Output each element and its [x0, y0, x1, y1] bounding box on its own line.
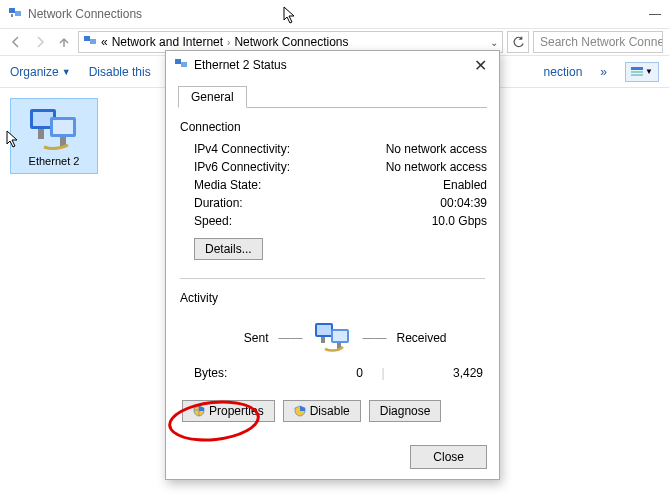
dash-icon: ——: [279, 331, 303, 345]
toolbar-item-fragment[interactable]: nection: [544, 65, 583, 79]
speed-label: Speed:: [194, 214, 367, 228]
network-adapter-icon: [26, 103, 82, 151]
group-activity-label: Activity: [180, 291, 487, 305]
bytes-divider: |: [363, 366, 403, 380]
ipv4-label: IPv4 Connectivity:: [194, 142, 367, 156]
nav-forward-button[interactable]: [30, 32, 50, 52]
organize-menu[interactable]: Organize ▼: [10, 65, 71, 79]
ethernet-status-dialog: Ethernet 2 Status ✕ General Connection I…: [165, 50, 500, 480]
breadcrumb-item[interactable]: Network and Internet: [112, 35, 223, 49]
svg-rect-17: [317, 325, 331, 335]
svg-rect-0: [9, 8, 15, 13]
adapter-label: Ethernet 2: [13, 155, 95, 167]
row-media: Media State: Enabled: [178, 176, 487, 194]
breadcrumb-dropdown[interactable]: ⌄: [490, 37, 498, 48]
ethernet-icon: [174, 57, 188, 74]
svg-rect-12: [38, 129, 44, 139]
toolbar-overflow[interactable]: »: [600, 65, 607, 79]
action-row: Properties Disable Diagnose: [178, 384, 487, 422]
ipv6-label: IPv6 Connectivity:: [194, 160, 367, 174]
media-label: Media State:: [194, 178, 367, 192]
received-label: Received: [397, 331, 477, 345]
bytes-label: Bytes:: [194, 366, 283, 380]
svg-rect-11: [53, 120, 73, 134]
dialog-title: Ethernet 2 Status: [194, 58, 287, 72]
sent-label: Sent: [189, 331, 269, 345]
dialog-footer: Close: [166, 435, 499, 479]
breadcrumb-item[interactable]: Network Connections: [234, 35, 348, 49]
view-options-button[interactable]: ▼: [625, 62, 659, 82]
bytes-sent-value: 0: [283, 366, 363, 380]
tab-strip: General: [178, 85, 487, 108]
ipv6-value: No network access: [367, 160, 487, 174]
tab-general[interactable]: General: [178, 86, 247, 108]
svg-rect-5: [631, 67, 643, 70]
row-ipv4: IPv4 Connectivity: No network access: [178, 140, 487, 158]
svg-rect-20: [321, 337, 325, 343]
svg-rect-14: [175, 59, 181, 64]
nav-back-button[interactable]: [6, 32, 26, 52]
media-value: Enabled: [367, 178, 487, 192]
breadcrumb-root-glyph: «: [101, 35, 108, 49]
close-icon[interactable]: ✕: [470, 56, 491, 75]
shield-icon: [193, 405, 205, 417]
row-duration: Duration: 00:04:39: [178, 194, 487, 212]
svg-rect-15: [181, 62, 187, 67]
duration-label: Duration:: [194, 196, 367, 210]
activity-header: Sent —— —— Received: [178, 319, 487, 356]
chevron-down-icon: ▼: [62, 67, 71, 77]
chevron-down-icon: ▼: [645, 67, 653, 76]
nav-up-button[interactable]: [54, 32, 74, 52]
diagnose-button[interactable]: Diagnose: [369, 400, 442, 422]
minimize-button[interactable]: —: [649, 7, 661, 21]
bytes-row: Bytes: 0 | 3,429: [178, 360, 487, 384]
properties-button[interactable]: Properties: [182, 400, 275, 422]
svg-rect-7: [631, 74, 643, 76]
ipv4-value: No network access: [367, 142, 487, 156]
dialog-titlebar: Ethernet 2 Status ✕: [166, 51, 499, 79]
search-placeholder: Search Network Connecti: [540, 35, 663, 49]
close-button[interactable]: Close: [410, 445, 487, 469]
svg-rect-4: [90, 39, 96, 44]
svg-rect-3: [84, 36, 90, 41]
row-ipv6: IPv6 Connectivity: No network access: [178, 158, 487, 176]
speed-value: 10.0 Gbps: [367, 214, 487, 228]
group-connection-label: Connection: [180, 120, 487, 134]
control-panel-icon: [83, 34, 97, 51]
dash-icon: ——: [363, 331, 387, 345]
refresh-button[interactable]: [507, 31, 529, 53]
duration-value: 00:04:39: [367, 196, 487, 210]
details-button[interactable]: Details...: [194, 238, 263, 260]
search-input[interactable]: Search Network Connecti: [533, 31, 663, 53]
bytes-recv-value: 3,429: [403, 366, 483, 380]
disable-button[interactable]: Disable: [283, 400, 361, 422]
svg-rect-2: [11, 14, 13, 17]
disable-device-button[interactable]: Disable this: [89, 65, 151, 79]
divider: [180, 278, 485, 279]
network-connections-icon: [8, 6, 22, 23]
window-titlebar: Network Connections —: [0, 0, 669, 28]
adapter-ethernet2[interactable]: Ethernet 2: [10, 98, 98, 174]
svg-rect-19: [333, 331, 347, 341]
window-title: Network Connections: [28, 7, 649, 21]
svg-rect-1: [15, 11, 21, 16]
svg-rect-6: [631, 71, 643, 73]
chevron-right-icon: ›: [227, 37, 230, 48]
activity-computers-icon: [313, 319, 353, 356]
row-speed: Speed: 10.0 Gbps: [178, 212, 487, 230]
shield-icon: [294, 405, 306, 417]
